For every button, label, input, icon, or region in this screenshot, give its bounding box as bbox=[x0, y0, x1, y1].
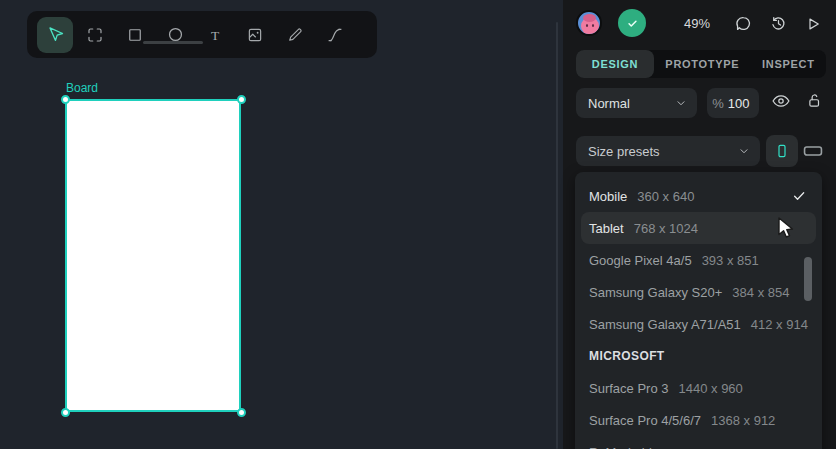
rectangle-icon bbox=[126, 26, 144, 44]
ellipse-tool-button[interactable] bbox=[157, 17, 193, 53]
tab-design[interactable]: DESIGN bbox=[576, 50, 654, 78]
menu-scrollbar-thumb[interactable] bbox=[804, 257, 812, 301]
blend-mode-value: Normal bbox=[588, 96, 630, 111]
resize-handle-top-left[interactable] bbox=[61, 95, 70, 104]
history-button[interactable] bbox=[769, 14, 788, 33]
menu-item-google-pixel[interactable]: Google Pixel 4a/5 393 x 851 bbox=[575, 244, 822, 276]
board[interactable] bbox=[65, 99, 241, 412]
present-button[interactable] bbox=[804, 15, 822, 33]
resize-handle-bottom-right[interactable] bbox=[237, 408, 246, 417]
visibility-toggle[interactable] bbox=[771, 93, 791, 109]
percent-symbol: % bbox=[712, 96, 724, 111]
menu-section-microsoft: MICROSOFT bbox=[575, 340, 822, 372]
canvas-scrollbar[interactable] bbox=[556, 22, 558, 449]
saved-indicator bbox=[618, 9, 646, 37]
path-tool-button[interactable] bbox=[317, 17, 353, 53]
svg-text:T: T bbox=[211, 27, 220, 42]
pencil-tool-button[interactable] bbox=[277, 17, 313, 53]
comment-bubble-icon bbox=[734, 14, 753, 33]
lock-toggle[interactable] bbox=[805, 91, 823, 110]
board-tool-button[interactable] bbox=[77, 17, 113, 53]
image-icon bbox=[246, 26, 264, 44]
resize-handle-top-right[interactable] bbox=[237, 95, 246, 104]
tab-inspect[interactable]: INSPECT bbox=[751, 50, 826, 78]
comments-button[interactable] bbox=[734, 14, 753, 33]
cursor-icon bbox=[45, 25, 65, 45]
rectangle-tool-button[interactable] bbox=[117, 17, 153, 53]
phone-portrait-icon bbox=[774, 143, 790, 159]
avatar[interactable] bbox=[576, 10, 602, 36]
size-presets-select[interactable]: Size presets bbox=[576, 136, 760, 166]
menu-item-mobile[interactable]: Mobile 360 x 640 bbox=[575, 180, 822, 212]
history-clock-icon bbox=[769, 14, 788, 33]
play-icon bbox=[804, 15, 822, 33]
chevron-down-icon bbox=[738, 145, 750, 157]
menu-item-remarkable[interactable]: ReMarkable bbox=[575, 436, 822, 449]
phone-landscape-icon bbox=[802, 143, 824, 159]
curve-icon bbox=[326, 26, 344, 44]
toolbar: T bbox=[27, 11, 377, 58]
avatar-hair bbox=[583, 14, 596, 22]
chevron-down-icon bbox=[675, 97, 687, 109]
tab-prototype[interactable]: PROTOTYPE bbox=[654, 50, 751, 78]
opacity-input[interactable] bbox=[728, 96, 754, 111]
text-icon: T bbox=[206, 26, 224, 44]
app-window: T bbox=[0, 0, 836, 449]
eye-icon bbox=[771, 93, 791, 109]
orientation-portrait-button[interactable] bbox=[766, 135, 798, 167]
menu-item-surface-pro-4567[interactable]: Surface Pro 4/5/6/7 1368 x 912 bbox=[575, 404, 822, 436]
toolbar-drag-handle[interactable] bbox=[143, 41, 203, 44]
pencil-icon bbox=[286, 26, 304, 44]
size-presets-menu: Mobile 360 x 640 Tablet 768 x 1024 Googl… bbox=[575, 172, 822, 449]
resize-handle-bottom-left[interactable] bbox=[61, 408, 70, 417]
unlock-icon bbox=[805, 91, 823, 110]
image-tool-button[interactable] bbox=[237, 17, 273, 53]
frame-icon bbox=[86, 26, 104, 44]
move-tool-button[interactable] bbox=[37, 17, 73, 53]
board-name-label[interactable]: Board bbox=[66, 81, 98, 95]
blend-mode-select[interactable]: Normal bbox=[576, 88, 697, 118]
opacity-field[interactable]: % bbox=[707, 88, 759, 118]
size-presets-label: Size presets bbox=[588, 144, 660, 159]
orientation-landscape-button[interactable] bbox=[800, 142, 826, 160]
text-tool-button[interactable]: T bbox=[197, 17, 233, 53]
selected-check-icon bbox=[792, 189, 806, 203]
zoom-level[interactable]: 49% bbox=[684, 16, 710, 31]
menu-item-galaxy-a71[interactable]: Samsung Galaxy A71/A51 412 x 914 bbox=[575, 308, 822, 340]
panel-tabs: DESIGN PROTOTYPE INSPECT bbox=[576, 50, 826, 78]
menu-item-galaxy-s20[interactable]: Samsung Galaxy S20+ 384 x 854 bbox=[575, 276, 822, 308]
menu-item-surface-pro-3[interactable]: Surface Pro 3 1440 x 960 bbox=[575, 372, 822, 404]
check-icon bbox=[625, 16, 640, 31]
mouse-cursor bbox=[777, 217, 796, 241]
